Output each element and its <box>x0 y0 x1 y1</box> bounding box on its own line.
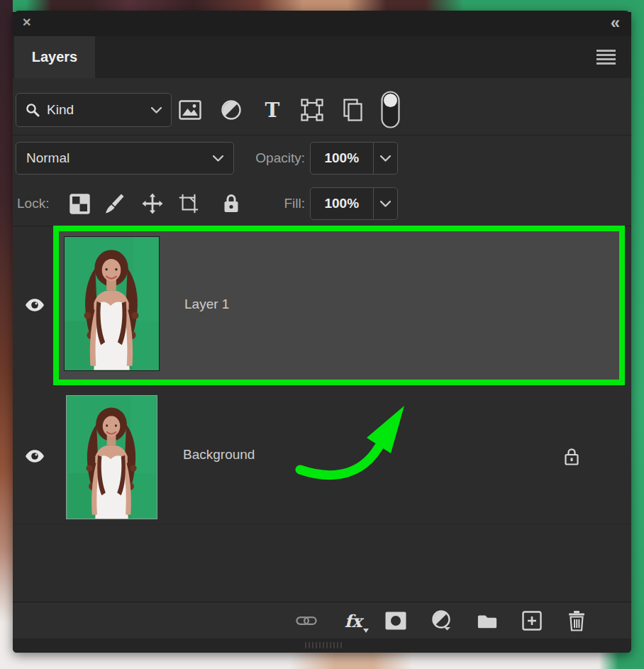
thumbnail-corner-bracket <box>64 236 74 246</box>
thumbnail-corner-bracket <box>150 361 160 371</box>
background-photo-bottom <box>0 650 644 669</box>
screenshot-stage: ✕ « Layers Kind <box>0 0 644 669</box>
new-group-folder-icon[interactable] <box>477 610 498 631</box>
filter-type-layer-icon[interactable]: T <box>261 99 284 121</box>
resize-grip[interactable] <box>305 642 342 648</box>
background-thumbnail[interactable] <box>66 395 157 519</box>
add-layer-mask-icon[interactable] <box>385 610 406 631</box>
delete-layer-trash-icon[interactable] <box>566 610 587 631</box>
layer1-visibility-eye-icon[interactable] <box>25 298 45 312</box>
layer1-thumbnail[interactable] <box>64 236 160 371</box>
blend-mode-value: Normal <box>26 150 70 166</box>
blend-mode-dropdown[interactable]: Normal <box>16 142 234 175</box>
lock-transparent-pixels-icon[interactable] <box>69 193 90 214</box>
filter-smart-object-icon[interactable] <box>341 99 364 121</box>
opacity-input[interactable]: 100% <box>310 142 398 175</box>
layers-panel: ✕ « Layers Kind <box>13 11 631 653</box>
new-adjustment-layer-icon[interactable] <box>431 610 453 631</box>
layer-style-fx-icon[interactable]: fx <box>339 610 367 631</box>
layer1-name[interactable]: Layer 1 <box>184 297 229 312</box>
tab-layers[interactable]: Layers <box>14 36 95 78</box>
annotation-curved-arrow <box>282 390 424 482</box>
lock-image-pixels-brush-icon[interactable] <box>104 193 125 214</box>
panel-tabbar: Layers <box>13 36 631 78</box>
lock-position-move-icon[interactable] <box>142 193 163 214</box>
thumbnail-corner-bracket <box>64 361 74 371</box>
close-panel-icon[interactable]: ✕ <box>22 16 31 29</box>
search-icon <box>26 103 40 117</box>
opacity-label: Opacity: <box>231 142 305 175</box>
background-visibility-eye-icon[interactable] <box>25 449 45 463</box>
background-photo-right <box>631 0 644 669</box>
filter-kind-dropdown[interactable]: Kind <box>16 93 172 127</box>
new-layer-plus-icon[interactable] <box>521 610 543 631</box>
link-layers-icon[interactable] <box>296 610 317 631</box>
opacity-value[interactable]: 100% <box>311 143 373 174</box>
chevron-down-icon <box>151 107 162 114</box>
thumbnail-corner-bracket <box>150 236 160 246</box>
divider <box>13 524 631 524</box>
background-name[interactable]: Background <box>183 447 255 463</box>
filter-shape-layer-icon[interactable] <box>301 99 323 121</box>
panel-titlebar: ✕ « <box>13 11 631 36</box>
divider <box>13 135 631 136</box>
svg-text:T: T <box>265 99 280 121</box>
panel-content: Kind T <box>13 78 631 653</box>
lock-artboard-nesting-icon[interactable] <box>178 193 199 214</box>
fill-dropdown-chevron[interactable] <box>374 188 397 219</box>
panel-menu-icon[interactable] <box>596 50 616 65</box>
fx-dropdown-triangle <box>363 629 369 633</box>
filter-kind-label: Kind <box>47 102 74 118</box>
filter-pixel-layer-icon[interactable] <box>179 99 201 121</box>
layer-filtering-toggle[interactable] <box>381 91 400 131</box>
fill-label: Fill: <box>238 187 305 220</box>
fill-value[interactable]: 100% <box>311 188 373 219</box>
opacity-dropdown-chevron[interactable] <box>374 143 397 174</box>
fill-input[interactable]: 100% <box>310 187 398 220</box>
filter-adjustment-layer-icon[interactable] <box>220 99 243 121</box>
tab-layers-label: Layers <box>32 49 78 65</box>
background-locked-padlock-icon[interactable] <box>563 447 580 467</box>
panel-resize-strip[interactable] <box>13 638 631 653</box>
chevron-down-icon <box>213 155 223 162</box>
collapse-panel-icon[interactable]: « <box>611 11 620 35</box>
fx-label: fx <box>345 611 362 631</box>
lock-label: Lock: <box>17 187 60 220</box>
bottom-action-bar: fx <box>13 602 631 638</box>
background-photo-left <box>0 0 13 669</box>
